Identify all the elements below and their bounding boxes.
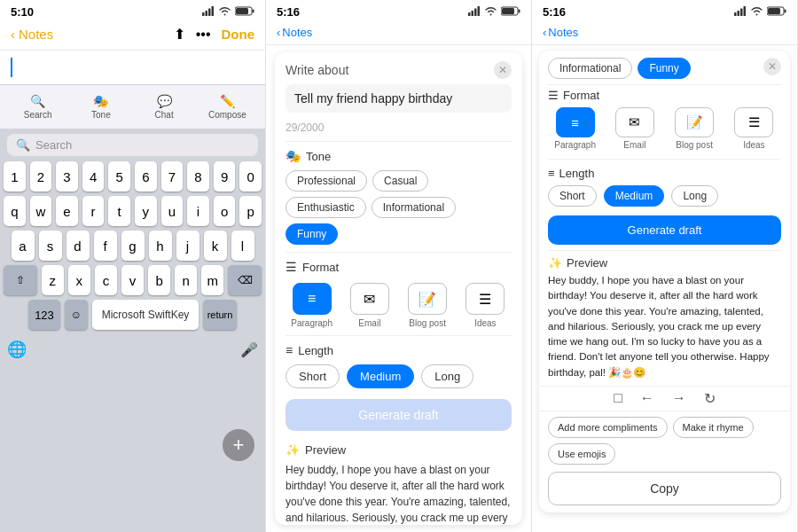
svg-rect-10 — [478, 6, 481, 16]
key-a[interactable]: a — [12, 231, 35, 261]
key-n[interactable]: n — [175, 265, 197, 295]
share-icon[interactable]: ⬆ — [174, 26, 185, 43]
key-g[interactable]: g — [121, 231, 145, 261]
format-email[interactable]: ✉ Email — [343, 283, 395, 328]
key-1[interactable]: 1 — [4, 161, 26, 192]
key-t[interactable]: t — [108, 196, 130, 226]
back-notes-btn[interactable]: ‹ Notes — [11, 27, 53, 42]
p3-fmt-blog[interactable]: 📝 Blog post — [668, 107, 722, 150]
p3-back-icon[interactable]: ← — [640, 390, 654, 406]
key-3[interactable]: 3 — [56, 161, 78, 192]
chip-casual[interactable]: Casual — [372, 170, 428, 192]
key-return[interactable]: return — [203, 300, 237, 330]
key-p[interactable]: p — [239, 196, 262, 226]
key-e[interactable]: e — [56, 196, 78, 226]
key-j[interactable]: j — [176, 231, 200, 261]
p3-chip-emojis[interactable]: Use emojis — [548, 443, 615, 465]
key-num[interactable]: 123 — [28, 300, 60, 330]
keyboard-search-bar[interactable]: 🔍 Search — [7, 134, 258, 156]
p3-close-btn[interactable]: ✕ — [763, 58, 781, 75]
key-c[interactable]: c — [95, 265, 117, 295]
key-u[interactable]: u — [161, 196, 184, 226]
key-o[interactable]: o — [214, 196, 236, 226]
key-f[interactable]: f — [94, 231, 117, 261]
p3-forward-icon[interactable]: → — [672, 390, 686, 406]
key-d[interactable]: d — [66, 231, 90, 261]
key-i[interactable]: i — [187, 196, 209, 226]
p3-format-grid: ≡ Paragraph ✉ Email 📝 Blog post ☰ Ideas — [548, 107, 781, 150]
format-paragraph[interactable]: ≡ Paragraph — [286, 283, 338, 328]
more-icon[interactable]: ••• — [196, 27, 211, 43]
format-blog[interactable]: 📝 Blog post — [402, 283, 454, 328]
search-tool[interactable]: 🔍 Search — [7, 90, 68, 123]
p3-refresh-icon[interactable]: ↻ — [704, 390, 716, 407]
p3-fmt-ideas[interactable]: ☰ Ideas — [727, 107, 781, 150]
key-h[interactable]: h — [149, 231, 172, 261]
chip-informational[interactable]: Informational — [372, 197, 456, 218]
p3-copy-btn[interactable]: Copy — [548, 472, 781, 505]
generate-draft-btn[interactable]: Generate draft — [286, 399, 512, 431]
key-0[interactable]: 0 — [239, 161, 262, 192]
compose-tool[interactable]: ✏️ Compose — [197, 90, 258, 123]
key-2[interactable]: 2 — [30, 161, 52, 192]
format-ideas[interactable]: ☰ Ideas — [459, 283, 512, 328]
key-space[interactable]: Microsoft SwiftKey — [92, 300, 199, 330]
back-notes-3-btn[interactable]: ‹ Notes — [543, 26, 578, 39]
key-shift[interactable]: ⇧ — [4, 265, 37, 295]
key-w[interactable]: w — [30, 196, 52, 226]
len-short[interactable]: Short — [286, 364, 340, 388]
key-emoji[interactable]: ☺ — [65, 300, 88, 330]
close-compose-btn[interactable]: ✕ — [494, 61, 512, 79]
p3-len-medium[interactable]: Medium — [604, 185, 665, 207]
key-l[interactable]: l — [231, 231, 254, 261]
p3-chip-funny[interactable]: Funny — [638, 58, 690, 79]
key-s[interactable]: s — [39, 231, 62, 261]
p3-fmt-email[interactable]: ✉ Email — [607, 107, 661, 150]
key-y[interactable]: y — [135, 196, 157, 226]
key-9[interactable]: 9 — [214, 161, 236, 192]
p3-fmt-paragraph[interactable]: ≡ Paragraph — [548, 107, 602, 150]
key-8[interactable]: 8 — [187, 161, 209, 192]
chip-enthusiastic[interactable]: Enthusiastic — [286, 197, 366, 218]
svg-rect-3 — [212, 6, 215, 16]
p3-len-short[interactable]: Short — [548, 185, 597, 207]
p3-fmt-email-lbl: Email — [623, 140, 645, 150]
p3-divider-3 — [548, 250, 781, 251]
status-bar-3: 5:16 — [532, 0, 797, 22]
key-z[interactable]: z — [42, 265, 64, 295]
p3-chip-add-compliments[interactable]: Add more compliments — [548, 417, 668, 438]
chip-professional[interactable]: Professional — [286, 170, 367, 192]
p3-chip-rhyme[interactable]: Make it rhyme — [673, 417, 754, 438]
mic-icon[interactable]: 🎤 — [240, 341, 258, 358]
p3-chip-informational[interactable]: Informational — [548, 58, 632, 79]
globe-icon[interactable]: 🌐 — [7, 340, 27, 359]
add-button[interactable]: + — [223, 429, 254, 461]
p3-copy-icon[interactable]: □ — [614, 390, 622, 406]
preview-label: Preview — [305, 443, 346, 457]
done-button[interactable]: Done — [222, 27, 255, 42]
key-m[interactable]: m — [201, 265, 223, 295]
key-7[interactable]: 7 — [161, 161, 184, 192]
back-notes-2-btn[interactable]: ‹ Notes — [277, 26, 312, 39]
key-6[interactable]: 6 — [135, 161, 157, 192]
key-5[interactable]: 5 — [108, 161, 130, 192]
chip-funny[interactable]: Funny — [286, 223, 338, 245]
key-4[interactable]: 4 — [82, 161, 105, 192]
p3-length-title: ≡ Length — [548, 167, 781, 180]
key-v[interactable]: v — [121, 265, 144, 295]
key-r[interactable]: r — [82, 196, 105, 226]
compose-input[interactable]: Tell my friend happy birthday — [286, 84, 512, 113]
tone-tool[interactable]: 🎭 Tone — [70, 90, 131, 123]
chat-tool[interactable]: 💬 Chat — [134, 90, 195, 123]
key-q[interactable]: q — [4, 196, 26, 226]
p3-length-icon: ≡ — [548, 167, 555, 180]
key-b[interactable]: b — [148, 265, 170, 295]
p3-len-long[interactable]: Long — [671, 185, 718, 207]
p3-generate-btn[interactable]: Generate draft — [548, 215, 781, 245]
key-backspace[interactable]: ⌫ — [228, 265, 262, 295]
key-x[interactable]: x — [68, 265, 90, 295]
len-medium[interactable]: Medium — [347, 364, 414, 388]
signal-icon-2 — [468, 6, 481, 18]
len-long[interactable]: Long — [421, 364, 473, 388]
key-k[interactable]: k — [204, 231, 227, 261]
